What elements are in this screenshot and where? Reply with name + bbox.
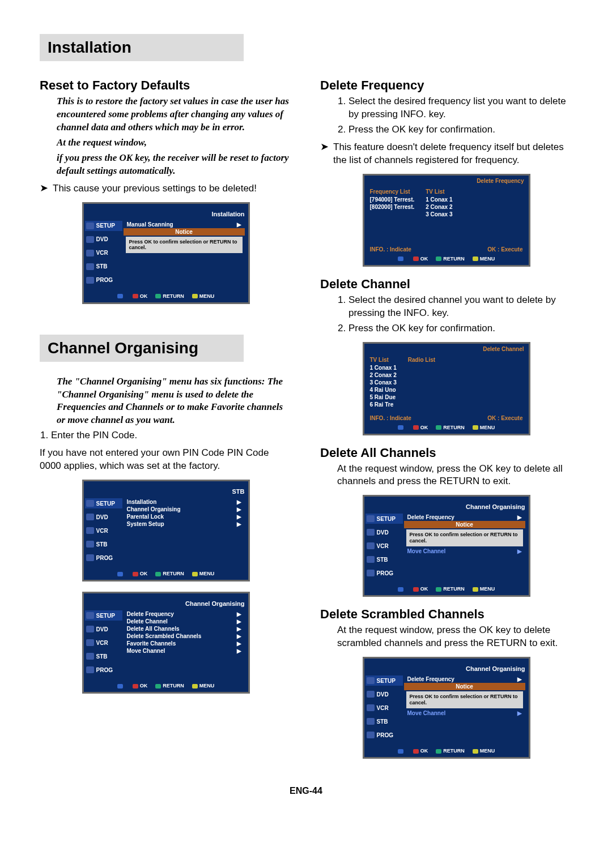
heading-delete-all-channels: Delete All Channels [320, 446, 572, 460]
screenshot-delete-channel: Delete Channel TV List 1 Conax 1 2 Conax… [363, 342, 530, 435]
heading-reset-defaults: Reset to Factory Defaults [40, 78, 292, 93]
osd-title: Installation [84, 209, 248, 219]
screenshot-installation: Installation SETUP DVD VCR STB PROG Manu… [82, 202, 250, 304]
delfreq-step-1: Select the desired frequency list you wa… [348, 95, 572, 121]
heading-delete-channel: Delete Channel [320, 277, 572, 292]
screenshot-delete-frequency: Delete Frequency Frequency List [794000]… [363, 174, 530, 267]
delfreq-note: This feature doesn't delete frequency it… [333, 141, 572, 167]
delscr-text: At the request window, press the OK key … [337, 624, 572, 650]
delall-text: At the request window, press the OK key … [337, 463, 572, 489]
screenshot-chorg: Channel Organising SETUP DVD VCR STB PRO… [82, 592, 250, 694]
heading-delete-frequency: Delete Frequency [320, 78, 572, 93]
reset-italic-3: if you press the OK key, the receiver wi… [57, 152, 292, 178]
reset-italic-1: This is to restore the factory set value… [57, 95, 292, 134]
side-btn-vcr: VCR [85, 248, 122, 258]
note-arrow-icon: ➤ [320, 141, 329, 153]
delch-step-2: Press the OK key for confirmation. [348, 322, 572, 335]
delch-step-1: Select the desired channel you want to d… [348, 294, 572, 320]
pin-step: Enter the PIN Code. [51, 429, 292, 442]
delfreq-step-2: Press the OK key for confirmation. [348, 123, 572, 136]
notice-text: Press OK to confirm selection or RETURN … [126, 237, 243, 254]
chorg-italic: The "Channel Organising" menu has six fu… [57, 375, 292, 427]
section-title-channel-organising: Channel Organising [40, 335, 244, 362]
heading-delete-scrambled: Delete Scrambled Channels [320, 607, 572, 622]
side-btn-stb: STB [85, 262, 122, 272]
screenshot-delete-all: Channel Organising SETUP DVD VCR STB PRO… [363, 495, 530, 597]
side-btn-setup: SETUP [85, 221, 122, 231]
page-footer: ENG-44 [40, 786, 572, 796]
side-btn-dvd: DVD [85, 234, 122, 245]
pin-note: If you have not entered your own PIN Cod… [40, 447, 292, 473]
section-title-installation: Installation [40, 34, 244, 61]
side-btn-prog: PROG [85, 275, 122, 285]
note-arrow-icon: ➤ [40, 182, 48, 195]
reset-note: This cause your previous settings to be … [53, 182, 257, 195]
reset-italic-2: At the request window, [57, 136, 292, 149]
screenshot-delete-scrambled: Channel Organising SETUP DVD VCR STB PRO… [363, 657, 530, 759]
screenshot-stb: STB SETUP DVD VCR STB PROG Installation▶… [82, 480, 250, 581]
